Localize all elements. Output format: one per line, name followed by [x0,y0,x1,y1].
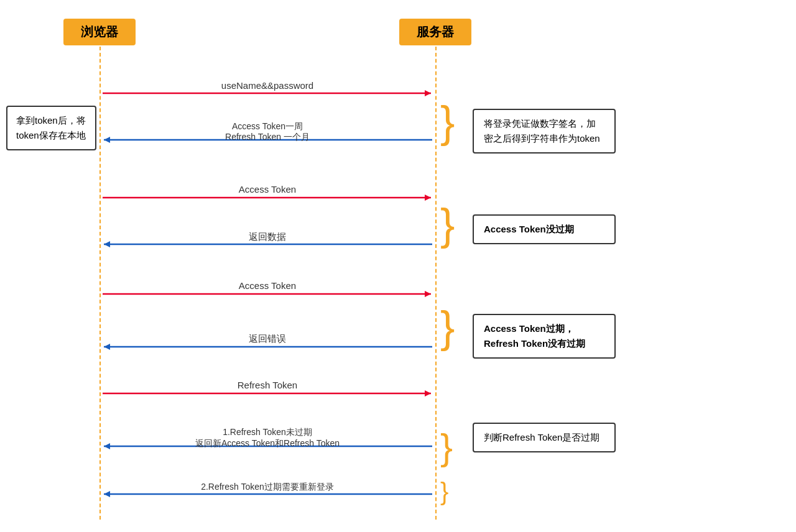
svg-marker-19 [104,344,110,350]
svg-text:返回数据: 返回数据 [249,231,286,242]
svg-marker-16 [425,291,431,297]
svg-text:1.Refresh Token未过期: 1.Refresh Token未过期 [223,427,312,437]
svg-text:Refresh Token 一个月: Refresh Token 一个月 [225,132,310,142]
box-no-expire-text: Access Token没过期 [484,224,574,234]
box-token-local: 拿到token后，将token保存在本地 [6,106,96,150]
svg-text:Access Token: Access Token [239,184,296,195]
box-token-local-text: 拿到token后，将token保存在本地 [16,115,86,140]
svg-marker-4 [104,137,110,143]
svg-text:Refresh Token: Refresh Token [238,380,297,390]
box-sign: 将登录凭证做数字签名，加密之后得到字符串作为token [473,109,616,154]
svg-text:Access Token一周: Access Token一周 [232,121,303,131]
box-judge-text: 判断Refresh Token是否过期 [484,432,599,443]
box-no-expire: Access Token没过期 [473,214,616,244]
box-sign-text: 将登录凭证做数字签名，加密之后得到字符串作为token [484,118,600,144]
svg-marker-12 [104,241,110,247]
browser-vline [100,47,101,520]
svg-text:返回新Access Token和Refresh Token: 返回新Access Token和Refresh Token [195,438,340,448]
svg-text:}: } [440,426,453,468]
svg-text:Access Token: Access Token [239,280,296,291]
server-header: 服务器 [399,19,471,45]
browser-label: 浏览器 [81,25,118,39]
box-expire: Access Token过期，Refresh Token没有过期 [473,314,616,359]
server-label: 服务器 [417,25,454,39]
svg-marker-1 [425,90,431,96]
server-vline [435,47,437,520]
svg-text:}: } [440,200,455,249]
svg-text:2.Refresh Token过期需要重新登录: 2.Refresh Token过期需要重新登录 [201,482,334,492]
svg-marker-26 [104,443,110,449]
svg-text:}: } [440,478,448,505]
svg-text:useName&&password: useName&&password [221,80,313,91]
diagram-container: 浏览器 服务器 拿到token后，将token保存在本地 将登录凭证做数字签名，… [0,0,796,532]
svg-marker-9 [425,195,431,201]
svg-text:返回错误: 返回错误 [249,333,286,344]
svg-text:}: } [440,98,455,146]
arrows-svg: useName&&password Access Token一周 Refresh… [0,0,796,532]
browser-header: 浏览器 [63,19,136,45]
svg-marker-23 [425,390,431,397]
box-judge: 判断Refresh Token是否过期 [473,423,616,452]
box-expire-text: Access Token过期，Refresh Token没有过期 [484,323,585,349]
svg-text:}: } [440,303,455,351]
svg-marker-30 [104,491,110,497]
